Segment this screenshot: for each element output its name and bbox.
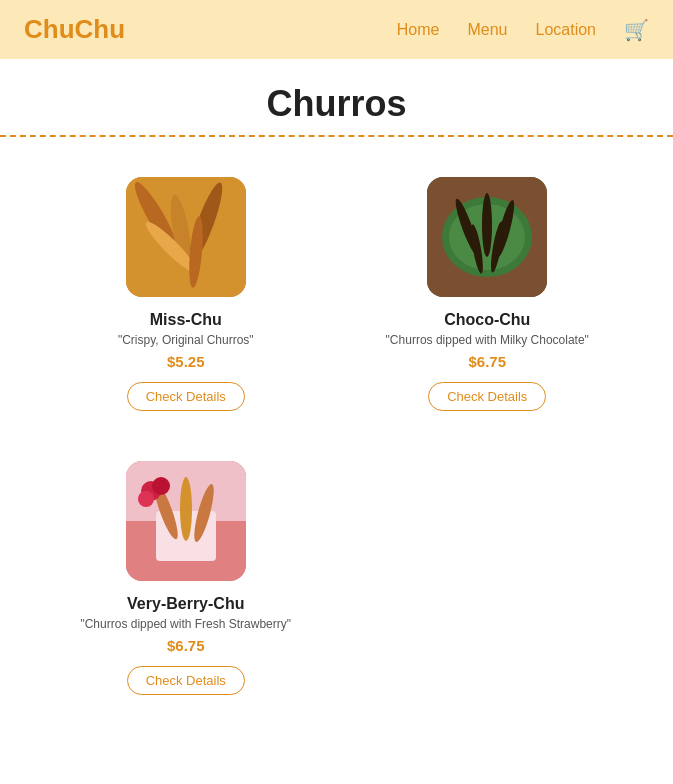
product-price-very-berry-chu: $6.75 bbox=[167, 637, 205, 654]
product-image-miss-chu bbox=[126, 177, 246, 297]
product-desc-choco-chu: "Churros dipped with Milky Chocolate" bbox=[386, 333, 589, 347]
product-name-choco-chu: Choco-Chu bbox=[444, 311, 530, 329]
nav-location[interactable]: Location bbox=[536, 21, 597, 39]
product-desc-very-berry-chu: "Churros dipped with Fresh Strawberry" bbox=[80, 617, 291, 631]
product-desc-miss-chu: "Crispy, Original Churros" bbox=[118, 333, 254, 347]
svg-point-18 bbox=[180, 477, 192, 541]
product-image-very-berry-chu bbox=[126, 461, 246, 581]
site-logo: ChuChu bbox=[24, 14, 125, 45]
products-grid: Miss-Chu"Crispy, Original Churros"$5.25C… bbox=[0, 147, 673, 735]
svg-point-21 bbox=[138, 491, 154, 507]
product-price-choco-chu: $6.75 bbox=[468, 353, 506, 370]
main-nav: Home Menu Location 🛒 bbox=[397, 18, 649, 42]
svg-point-10 bbox=[482, 193, 492, 257]
page-title: Churros bbox=[0, 83, 673, 125]
product-image-choco-chu bbox=[427, 177, 547, 297]
cart-icon[interactable]: 🛒 bbox=[624, 18, 649, 42]
site-header: ChuChu Home Menu Location 🛒 bbox=[0, 0, 673, 59]
nav-menu[interactable]: Menu bbox=[467, 21, 507, 39]
check-details-button-very-berry-chu[interactable]: Check Details bbox=[127, 666, 245, 695]
section-divider bbox=[0, 135, 673, 137]
product-name-very-berry-chu: Very-Berry-Chu bbox=[127, 595, 244, 613]
product-price-miss-chu: $5.25 bbox=[167, 353, 205, 370]
check-details-button-miss-chu[interactable]: Check Details bbox=[127, 382, 245, 411]
page-title-wrapper: Churros bbox=[0, 59, 673, 135]
nav-home[interactable]: Home bbox=[397, 21, 440, 39]
product-card-very-berry-chu: Very-Berry-Chu"Churros dipped with Fresh… bbox=[40, 451, 332, 715]
check-details-button-choco-chu[interactable]: Check Details bbox=[428, 382, 546, 411]
product-card-choco-chu: Choco-Chu"Churros dipped with Milky Choc… bbox=[342, 167, 634, 431]
product-card-miss-chu: Miss-Chu"Crispy, Original Churros"$5.25C… bbox=[40, 167, 332, 431]
svg-point-22 bbox=[152, 477, 170, 495]
product-name-miss-chu: Miss-Chu bbox=[150, 311, 222, 329]
